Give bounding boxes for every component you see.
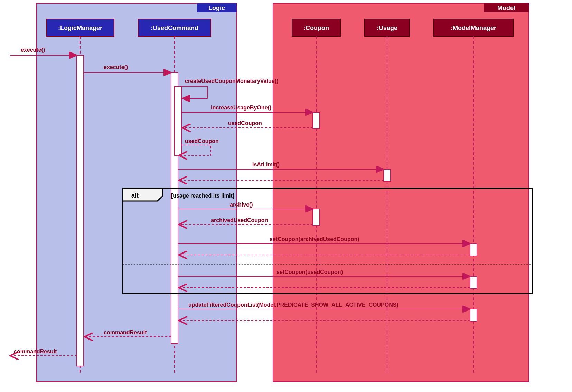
label-m4: increaseUsageByOne() (211, 105, 271, 111)
activation-coupon-1 (313, 112, 320, 129)
svg-rect-3 (273, 3, 529, 382)
activation-modelmanager-2 (470, 276, 477, 289)
label-m10: setCoupon(archivedUsedCoupon) (270, 236, 359, 242)
label-m5: usedCoupon (228, 120, 262, 126)
lifeline-coupon-label: :Coupon (303, 25, 329, 31)
label-m14: commandResult (14, 348, 57, 354)
alt-guard: [usage reached its limit] (171, 193, 234, 199)
label-m3: createUsedCouponMonetaryValue() (185, 78, 278, 84)
activation-logicmanager (77, 55, 84, 366)
activation-coupon-2 (313, 209, 320, 226)
alt-label: alt (131, 192, 139, 199)
activation-usedcommand-inner (175, 86, 181, 155)
lifeline-logicmanager-label: :LogicManager (58, 25, 102, 31)
label-m9: archivedUsedCoupon (211, 217, 268, 223)
label-m6: usedCoupon (185, 138, 219, 144)
label-m8: archive() (230, 202, 253, 208)
label-m7: isAtLimit() (252, 162, 280, 168)
frame-model-title: Model (497, 4, 515, 11)
activation-modelmanager-3 (470, 309, 477, 322)
lifeline-usedcommand-label: :UsedCommand (151, 25, 198, 31)
label-m11: setCoupon(usedCoupon) (276, 269, 343, 275)
lifeline-modelmanager-label: :ModelManager (451, 25, 496, 31)
label-m1: execute() (21, 47, 45, 53)
activation-modelmanager-1 (470, 243, 477, 256)
frame-logic-title: Logic (208, 4, 225, 11)
activation-usage (384, 169, 391, 181)
label-m13: commandResult (104, 329, 147, 335)
lifeline-usage-label: :Usage (377, 25, 397, 31)
frame-model: Model (273, 3, 529, 382)
label-m12: updateFilteredCouponList(Model.PREDICATE… (188, 302, 398, 308)
label-m2: execute() (104, 64, 128, 70)
